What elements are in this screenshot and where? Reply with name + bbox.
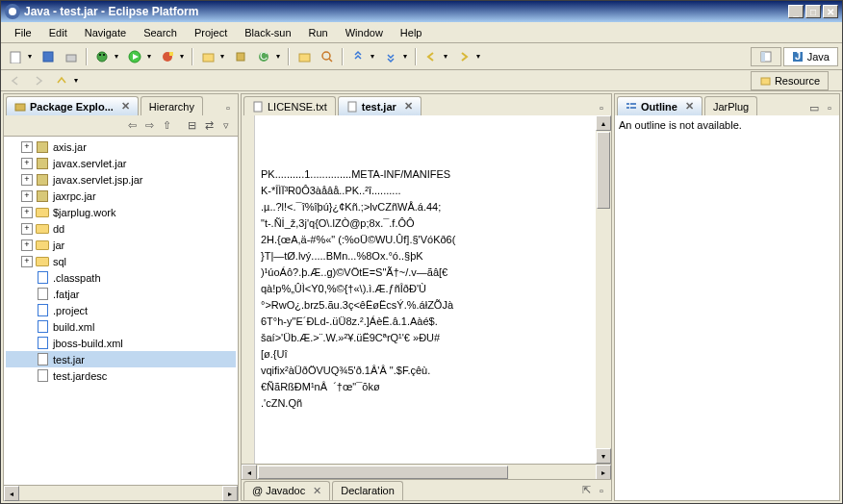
menu-help[interactable]: Help [393, 25, 430, 40]
link-editor-icon[interactable]: ⇄ [201, 118, 217, 134]
package-explorer-tree[interactable]: +axis.jar+javax.servlet.jar+javax.servle… [4, 137, 238, 485]
expander-icon[interactable]: + [21, 190, 33, 202]
tree-item--classpath[interactable]: .classpath [6, 269, 236, 286]
nav-up-button[interactable] [51, 70, 72, 91]
expander-icon[interactable]: + [21, 256, 33, 267]
menu-black-sun[interactable]: Black-sun [237, 25, 298, 40]
search-button[interactable] [317, 46, 338, 67]
menu-window[interactable]: Window [338, 25, 391, 40]
new-project-button[interactable] [197, 46, 218, 67]
annotate-prev-dropdown[interactable]: ▾ [370, 52, 378, 61]
scroll-up-button[interactable]: ▴ [596, 115, 611, 131]
tree-item-test-jardesc[interactable]: test.jardesc [6, 367, 236, 384]
editor-tab-license[interactable]: LICENSE.txt [243, 96, 336, 115]
new-project-dropdown[interactable]: ▾ [220, 52, 228, 61]
hierarchy-tab[interactable]: Hierarchy [140, 96, 203, 115]
editor-text[interactable]: PK..........1..............META-INF/MANI… [261, 166, 592, 412]
expander-icon[interactable]: + [21, 141, 33, 153]
scroll-right-button[interactable]: ▸ [222, 486, 238, 501]
new-package-button[interactable] [230, 46, 251, 67]
menu-project[interactable]: Project [187, 25, 235, 40]
editor-content[interactable]: PK..........1..............META-INF/MANI… [242, 115, 596, 464]
annotate-next-button[interactable] [380, 46, 401, 67]
scroll-right-button[interactable]: ▸ [596, 465, 611, 480]
tree-item-sql[interactable]: +sql [6, 253, 236, 269]
forward-button[interactable] [453, 46, 474, 67]
collapse-all-icon[interactable]: ⊟ [184, 118, 199, 134]
maximize-view-button[interactable]: ▫ [822, 100, 837, 115]
scroll-down-button[interactable]: ▾ [596, 448, 611, 464]
forward-icon[interactable]: ⇨ [141, 118, 157, 134]
run-button[interactable] [124, 46, 145, 67]
expander-icon[interactable]: + [21, 174, 33, 186]
new-class-button[interactable]: C [253, 46, 274, 67]
tree-item-jaxrpc-jar[interactable]: +jaxrpc.jar [6, 188, 236, 204]
minimize-view-button[interactable]: ▭ [806, 100, 822, 115]
menu-edit[interactable]: Edit [41, 25, 75, 40]
new-class-dropdown[interactable]: ▾ [276, 52, 284, 61]
restore-button[interactable]: ⇱ [578, 483, 594, 498]
tree-item-test-jar[interactable]: test.jar [6, 351, 236, 367]
view-menu-button[interactable]: ▫ [220, 100, 236, 115]
back-icon[interactable]: ⇦ [124, 118, 140, 134]
jarplug-tab[interactable]: JarPlug [704, 96, 757, 115]
run-dropdown[interactable]: ▾ [147, 52, 155, 61]
tree-item-dd[interactable]: +dd [6, 220, 236, 237]
tree-item--jarplug-work[interactable]: +$jarplug.work [6, 204, 236, 220]
tree-item-build-xml[interactable]: build.xml [6, 318, 236, 335]
maximize-button[interactable]: □ [805, 5, 821, 18]
expander-icon[interactable]: + [21, 239, 33, 251]
nav-back-button[interactable] [5, 70, 26, 91]
save-button[interactable] [38, 46, 59, 67]
menu-file[interactable]: File [7, 25, 39, 40]
close-tab-icon[interactable]: ✕ [404, 100, 413, 113]
filters-icon[interactable]: ▿ [218, 118, 234, 134]
nav-forward-button[interactable] [28, 70, 49, 91]
scroll-left-button[interactable]: ◂ [4, 486, 19, 501]
maximize-editor-button[interactable]: ▫ [594, 100, 609, 115]
back-dropdown[interactable]: ▾ [444, 52, 451, 61]
package-explorer-tab[interactable]: Package Explo... ✕ [6, 96, 139, 115]
tree-item-javax-servlet-jsp-jar[interactable]: +javax.servlet.jsp.jar [6, 171, 236, 188]
up-icon[interactable]: ⇧ [159, 118, 174, 134]
tree-item-axis-jar[interactable]: +axis.jar [6, 139, 236, 155]
editor-vertical-scrollbar[interactable]: ▴ ▾ [596, 115, 611, 464]
expander-icon[interactable]: + [21, 158, 33, 169]
close-tab-icon[interactable]: ✕ [313, 485, 321, 497]
menu-navigate[interactable]: Navigate [77, 25, 134, 40]
nav-up-dropdown[interactable]: ▾ [74, 76, 82, 85]
resource-perspective-button[interactable]: Resource [751, 71, 829, 90]
tree-item--project[interactable]: .project [6, 302, 236, 318]
annotate-next-dropdown[interactable]: ▾ [403, 52, 411, 61]
back-button[interactable] [421, 46, 442, 67]
java-perspective-button[interactable]: JJava [783, 47, 838, 66]
print-button[interactable] [61, 46, 82, 67]
minimize-button[interactable]: _ [788, 5, 804, 18]
tree-item--fatjar[interactable]: .fatjar [6, 286, 236, 302]
outline-tab[interactable]: Outline ✕ [617, 96, 702, 115]
editor-horizontal-scrollbar[interactable]: ◂ ▸ [242, 464, 611, 479]
new-button[interactable] [5, 46, 26, 67]
tree-item-jboss-build-xml[interactable]: jboss-build.xml [6, 335, 236, 351]
expander-icon[interactable]: + [21, 223, 33, 235]
scroll-left-button[interactable]: ◂ [242, 465, 257, 480]
close-tab-icon[interactable]: ✕ [685, 100, 694, 113]
menu-search[interactable]: Search [136, 25, 185, 40]
editor-gutter[interactable] [242, 115, 255, 464]
declaration-tab[interactable]: Declaration [332, 481, 403, 500]
expander-icon[interactable]: + [21, 207, 33, 218]
javadoc-tab[interactable]: @ Javadoc✕ [243, 481, 330, 500]
debug-dropdown[interactable]: ▾ [115, 52, 122, 61]
tree-item-javax-servlet-jar[interactable]: +javax.servlet.jar [6, 155, 236, 171]
editor-tab-testjar[interactable]: test.jar ✕ [338, 96, 422, 115]
menu-run[interactable]: Run [301, 25, 336, 40]
run-external-dropdown[interactable]: ▾ [180, 52, 188, 61]
open-perspective-button[interactable] [751, 47, 781, 66]
tree-horizontal-scrollbar[interactable]: ◂ ▸ [4, 485, 238, 500]
debug-button[interactable] [91, 46, 113, 67]
annotate-prev-button[interactable] [347, 46, 369, 67]
forward-dropdown[interactable]: ▾ [476, 52, 484, 61]
close-button[interactable]: ✕ [823, 5, 838, 18]
tree-item-jar[interactable]: +jar [6, 237, 236, 253]
maximize-button[interactable]: ▫ [594, 483, 609, 498]
